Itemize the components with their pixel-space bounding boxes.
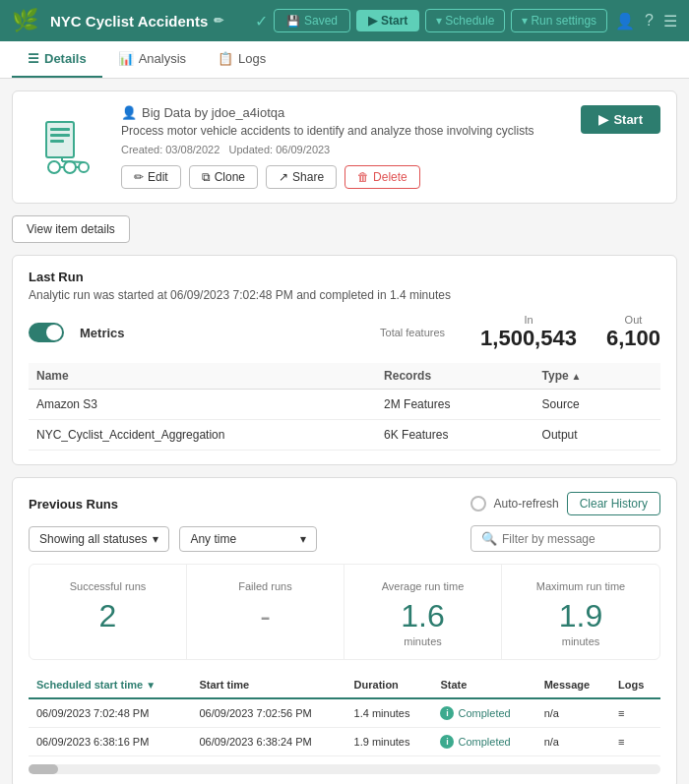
help-icon[interactable]: ? [645,12,654,30]
menu-icon[interactable]: ☰ [663,12,677,30]
message-filter-input[interactable] [502,532,650,546]
clone-button[interactable]: ⧉ Clone [189,165,258,189]
owner-label: Big Data by jdoe_a4iotqa [142,105,284,120]
info-card: 👤 Big Data by jdoe_a4iotqa Process motor… [12,90,677,204]
row-name: Amazon S3 [29,390,376,420]
details-tab-icon: ☰ [28,51,39,66]
run-settings-label: Run settings [531,14,596,28]
edit-icon: ✏ [134,170,144,184]
status-icon: i [440,735,454,749]
stat-value: 1.6 [352,600,493,632]
out-value: 6,100 [606,326,660,351]
user-icon[interactable]: 👤 [615,12,635,30]
svg-rect-1 [50,128,70,131]
svg-line-9 [62,161,84,162]
details-tab-label: Details [44,51,87,66]
share-button[interactable]: ↗ Share [266,165,337,189]
view-item-details-button[interactable]: View item details [12,215,130,243]
top-bar-utility-icons: 👤 ? ☰ [615,12,677,30]
last-run-title: Last Run [29,270,660,284]
row-records: 6K Features [376,420,534,451]
horizontal-scrollbar[interactable] [29,764,660,774]
clone-label: Clone [215,170,245,184]
logs-cell[interactable]: ≡ [610,698,660,728]
tab-details[interactable]: ☰ Details [12,41,102,78]
start-time: 06/09/2023 7:02:56 PM [191,698,345,728]
time-filter[interactable]: Any time ▾ [179,526,317,552]
auto-refresh-radio[interactable] [470,496,486,512]
schedule-button[interactable]: ▾ Schedule [425,9,505,32]
edit-title-icon[interactable]: ✏ [214,14,223,28]
row-type: Source [534,390,660,420]
filter-row: Showing all statuses ▾ Any time ▾ 🔍 [29,525,660,552]
row-name: NYC_Cyclist_Accident_Aggregation [29,420,376,451]
total-features-label: Total features [380,327,445,338]
edit-button[interactable]: ✏ Edit [121,165,181,189]
runs-col-header-scheduled-start-time[interactable]: Scheduled start time ▼ [29,672,191,698]
runs-col-header-duration[interactable]: Duration [346,672,433,698]
duration: 1.9 minutes [346,728,433,756]
start-label: Start [381,14,407,28]
stat-label: Maximum run time [510,580,652,592]
info-meta: Created: 03/08/2022 Updated: 06/09/2023 [121,144,548,155]
state: i Completed [432,698,535,728]
stat-unit: minutes [352,635,493,647]
saved-check-icon: ✓ [255,12,268,30]
out-label: Out [606,314,660,326]
runs-col-header-message[interactable]: Message [536,672,610,698]
start-button-top[interactable]: ▶ Start [356,10,419,31]
main-content: 👤 Big Data by jdoe_a4iotqa Process motor… [0,79,689,784]
stat-cell: Failed runs - [187,565,344,659]
delete-label: Delete [373,170,407,184]
scheduled-start: 06/09/2023 7:02:48 PM [29,698,191,728]
logs-tab-icon: 📋 [218,51,233,66]
share-label: Share [292,170,324,184]
stat-label: Failed runs [195,580,336,592]
start-button-card[interactable]: ▶ Start [581,105,660,134]
in-value: 1,500,543 [480,326,577,351]
search-icon: 🔍 [481,531,497,546]
scrollbar-thumb[interactable] [29,764,58,774]
info-body: 👤 Big Data by jdoe_a4iotqa Process motor… [121,105,548,189]
svg-rect-3 [50,140,64,143]
tab-logs[interactable]: 📋 Logs [202,41,282,78]
delete-button[interactable]: 🗑 Delete [344,165,420,189]
clear-history-button[interactable]: Clear History [567,492,660,515]
chevron-runsettings-icon: ▾ [522,14,528,28]
logs-cell[interactable]: ≡ [610,728,660,756]
updated-date: Updated: 06/09/2023 [228,144,330,155]
app-logo: 🌿 [12,8,38,33]
metrics-in: In 1,500,543 [480,314,577,351]
metrics-row: Metrics Total features In 1,500,543 Out … [29,314,660,351]
stat-value: 2 [37,600,178,632]
owner-icon: 👤 [121,105,137,120]
time-filter-label: Any time [190,532,236,546]
schedule-label: Schedule [445,14,494,28]
view-details-label: View item details [27,222,115,236]
auto-refresh-label: Auto-refresh [494,497,559,511]
chevron-schedule-icon: ▾ [436,14,442,28]
top-bar-actions: ✓ 💾 Saved ▶ Start ▾ Schedule ▾ Run setti… [255,9,607,32]
clear-history-label: Clear History [580,497,648,511]
runs-col-header-start-time[interactable]: Start time [191,672,345,698]
metrics-label: Metrics [80,326,125,340]
message: n/a [536,698,610,728]
tab-analysis[interactable]: 📊 Analysis [102,41,202,78]
runs-col-header-state[interactable]: State [432,672,535,698]
col-header-type[interactable]: Type [534,363,660,390]
stat-label: Successful runs [37,580,178,592]
metrics-table: Name Records Type Amazon S3 2M Features … [29,363,660,451]
svg-point-6 [79,162,89,172]
last-run-section: Last Run Analytic run was started at 06/… [12,255,677,465]
runs-col-header-logs[interactable]: Logs [610,672,660,698]
status-icon: i [440,706,454,720]
status-filter[interactable]: Showing all statuses ▾ [29,526,169,552]
svg-point-5 [64,161,76,173]
run-settings-button[interactable]: ▾ Run settings [511,9,607,32]
svg-point-4 [48,161,60,173]
message-filter[interactable]: 🔍 [470,525,660,552]
info-owner: 👤 Big Data by jdoe_a4iotqa [121,105,548,120]
metrics-toggle[interactable] [29,323,64,342]
play-icon-top: ▶ [368,14,377,28]
saved-button[interactable]: 💾 Saved [274,9,350,32]
